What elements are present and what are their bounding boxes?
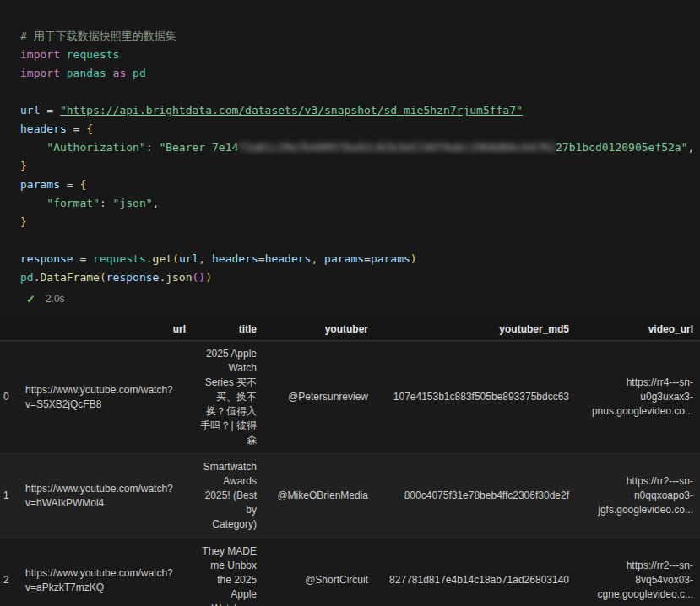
column-header-index (0, 318, 19, 341)
code-token: DataFrame (40, 271, 99, 284)
execution-status-bar: ✓ 2.0s (20, 291, 700, 306)
notebook-code-cell: # 用于下载数据快照里的数据集import requestsimport pan… (0, 0, 700, 306)
code-line: } (20, 213, 700, 231)
code-token: "json" (113, 197, 153, 209)
code-token: "https://api.brightdata.com/datasets/v3/… (60, 104, 523, 116)
code-token (126, 67, 133, 79)
column-header-url: url (19, 318, 193, 341)
code-token: "Authorization" (46, 141, 145, 154)
cell-index: 1 (0, 454, 19, 538)
column-header-video_url: video_url (576, 318, 700, 341)
code-token: = (258, 252, 265, 265)
code-token: = (73, 252, 93, 265)
code-token: , (198, 252, 212, 265)
code-token: requests (93, 252, 146, 265)
code-token: pd (20, 271, 34, 284)
code-token: ) (205, 271, 212, 284)
code-token: = (364, 252, 371, 265)
code-token: : (146, 141, 160, 154)
cell-index: 2 (0, 538, 19, 606)
cell-title: Smartwatch Awards 2025! (Best by Categor… (193, 454, 263, 538)
code-token: , (311, 252, 324, 265)
cell-youtuber: @MikeOBrienMedia (263, 454, 375, 538)
code-token: response (20, 252, 73, 265)
cell-video_url: https://rr2---sn-8vq54vox03-cgne.googlev… (576, 538, 700, 606)
code-line: } (20, 157, 700, 176)
code-token: ( (172, 252, 179, 265)
cell-url: https://www.youtube.com/watch?v=hWAIkPWM… (19, 454, 193, 538)
code-token: } (20, 160, 27, 172)
code-token: = (67, 122, 86, 135)
code-token: pandas (67, 67, 106, 79)
header-row: urltitleyoutuberyoutuber_md5video_url (0, 318, 700, 341)
cell-url: https://www.youtube.com/watch?v=aPkzkT7m… (19, 538, 193, 606)
column-header-youtuber_md5: youtuber_md5 (375, 318, 576, 341)
code-token: params (371, 252, 410, 265)
code-token: { (86, 122, 93, 135)
column-header-title: title (193, 318, 263, 341)
code-token: headers (20, 122, 67, 135)
table-row: 2https://www.youtube.com/watch?v=aPkzkT7… (0, 538, 700, 606)
code-token: = (40, 104, 59, 116)
cell-youtuber: @ShortCircuit (263, 538, 375, 606)
cell-title: They MADE me Unbox the 2025 Apple Watche… (193, 538, 263, 606)
cell-youtuber_md5: 800c4075f31e78beb4ffc2306f30de2f (375, 454, 576, 538)
code-token: headers (265, 252, 312, 265)
code-line: url = "https://api.brightdata.com/datase… (20, 101, 700, 120)
code-line: "format": "json", (20, 194, 700, 213)
code-line: headers = { (20, 120, 700, 138)
cell-title: 2025 Apple Watch Series 买不买、换不换？值得入手吗？| … (193, 341, 263, 454)
table-row: 0https://www.youtube.com/watch?v=S5XB2jQ… (0, 341, 700, 454)
code-token: params (324, 252, 364, 265)
code-token (106, 67, 113, 79)
code-token: { (79, 178, 86, 191)
code-token: url (179, 252, 198, 265)
code-token: requests (67, 48, 120, 61)
code-token: . (146, 252, 153, 265)
code-line: import requests (20, 46, 700, 64)
code-token: } (20, 215, 27, 228)
code-token (20, 141, 46, 154)
code-token: get (153, 252, 172, 265)
code-token: response (106, 271, 160, 284)
execution-duration: 2.0s (46, 293, 65, 305)
code-token: , (153, 197, 160, 209)
code-token (60, 48, 67, 61)
code-token: params (20, 178, 60, 191)
code-line: response = requests.get(url, headers=hea… (20, 250, 700, 268)
code-token: : (100, 197, 113, 209)
cell-youtuber_md5: 827781d817e4b14c18ab71ad26803140 (375, 538, 576, 606)
code-line: params = { (20, 176, 700, 194)
code-token: url (20, 104, 40, 116)
code-token: pd (133, 67, 146, 79)
code-line: import pandas as pd (20, 64, 700, 83)
column-header-youtuber: youtuber (263, 318, 375, 341)
redacted-token: f3a81c29e7b4d05f6a92c81b3e57d4f0a6c19b8d… (238, 141, 556, 154)
code-token: ) (198, 271, 205, 284)
code-token: ) (410, 252, 417, 265)
cell-video_url: https://rr4---sn-u0g3uxax3-pnus.googlevi… (576, 341, 700, 454)
code-token: "format" (46, 197, 100, 209)
code-token: as (113, 67, 127, 79)
code-token: # 用于下载数据快照里的数据集 (20, 30, 176, 42)
code-line: "Authorization": "Bearer 7e14f3a81c29e7b… (20, 138, 700, 157)
cell-index: 0 (0, 341, 19, 454)
code-line (20, 83, 700, 101)
code-token: = (60, 178, 79, 191)
code-token: "Bearer 7e14 (159, 141, 238, 154)
code-token (60, 67, 67, 79)
cell-url: https://www.youtube.com/watch?v=S5XB2jQc… (19, 341, 193, 454)
code-editor[interactable]: # 用于下载数据快照里的数据集import requestsimport pan… (20, 27, 700, 287)
cell-youtuber: @Petersunreview (263, 341, 375, 454)
code-token (20, 197, 46, 209)
cell-video_url: https://rr2---sn-n0qqxoapo3-jgfs.googlev… (576, 454, 700, 538)
table-row: 1https://www.youtube.com/watch?v=hWAIkPW… (0, 454, 700, 538)
code-token: ( (100, 271, 106, 284)
success-check-icon: ✓ (26, 293, 35, 306)
code-token: import (20, 48, 60, 61)
code-line: # 用于下载数据快照里的数据集 (20, 27, 700, 46)
code-token: json (166, 271, 192, 284)
code-line: pd.DataFrame(response.json()) (20, 268, 700, 287)
code-token: 27b1bcd0120905ef52a" (556, 141, 688, 154)
code-token: import (20, 67, 60, 79)
